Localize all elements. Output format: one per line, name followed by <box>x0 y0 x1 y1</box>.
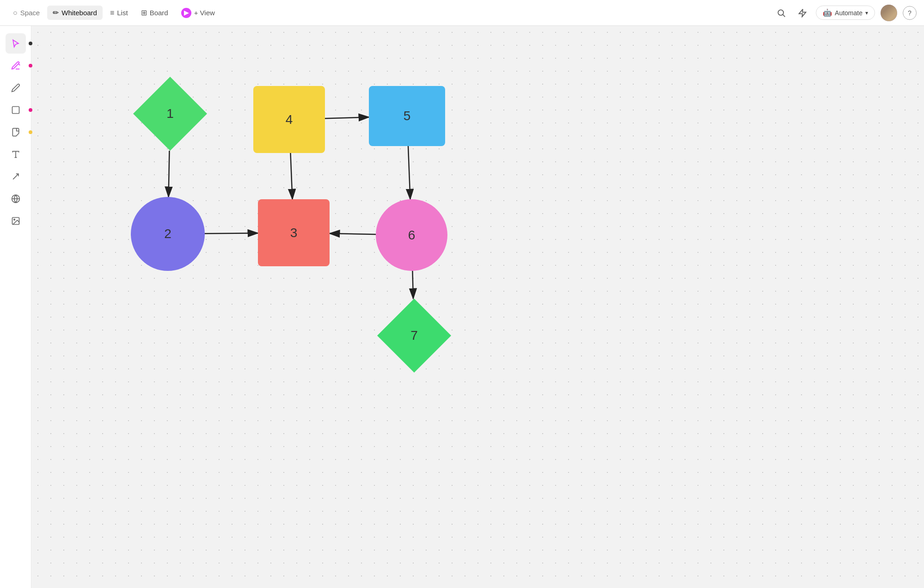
svg-line-1 <box>783 14 785 17</box>
board-icon: ⊞ <box>141 8 147 17</box>
node-4[interactable]: 4 <box>253 86 325 153</box>
node-6[interactable]: 6 <box>376 199 447 271</box>
whiteboard-icon: ✏ <box>53 8 59 17</box>
node-1[interactable]: 1 <box>133 77 207 151</box>
svg-point-10 <box>13 219 14 220</box>
tool-pen-plus[interactable] <box>6 55 26 76</box>
tool-arrow[interactable] <box>6 166 26 187</box>
whiteboard-nav-item[interactable]: ✏ Whiteboard <box>47 6 103 20</box>
automate-label: Automate <box>835 9 863 17</box>
topnav: ○ Space ✏ Whiteboard ≡ List ⊞ Board ▶ + … <box>0 0 924 26</box>
color-dot-rect <box>29 108 32 112</box>
add-view-dot: ▶ <box>181 8 191 18</box>
list-nav-item[interactable]: ≡ List <box>104 6 134 20</box>
node-label-5: 5 <box>404 109 411 123</box>
node-7[interactable]: 7 <box>377 299 451 373</box>
tool-globe[interactable] <box>6 189 26 209</box>
add-view-label: + View <box>194 9 215 17</box>
tool-text[interactable] <box>6 144 26 165</box>
automate-icon: 🤖 <box>823 8 832 17</box>
whiteboard-canvas[interactable]: 1234567 <box>31 26 924 588</box>
nav-right: 🤖 Automate ▾ ? <box>773 5 917 21</box>
node-label-6: 6 <box>408 228 416 243</box>
automate-chevron: ▾ <box>865 10 868 16</box>
tool-pencil[interactable] <box>6 78 26 98</box>
node-label-3: 3 <box>290 226 298 240</box>
svg-line-6 <box>13 174 18 179</box>
user-avatar[interactable] <box>881 5 897 21</box>
search-icon-btn[interactable] <box>773 5 789 21</box>
tool-sticky[interactable] <box>6 122 26 142</box>
list-icon: ≡ <box>110 9 114 17</box>
help-button[interactable]: ? <box>903 6 917 20</box>
board-label: Board <box>150 9 168 17</box>
node-label-1: 1 <box>166 106 174 121</box>
toolbar <box>0 26 31 588</box>
node-label-2: 2 <box>164 227 171 241</box>
color-dot-pink <box>29 64 32 67</box>
tool-rectangle[interactable] <box>6 100 26 120</box>
svg-point-0 <box>778 10 783 15</box>
space-nav-item[interactable]: ○ Space <box>7 6 45 20</box>
space-label: Space <box>20 9 40 17</box>
node-2[interactable]: 2 <box>131 197 205 271</box>
node-5[interactable]: 5 <box>369 86 445 146</box>
whiteboard-label: Whiteboard <box>61 9 97 17</box>
tool-image[interactable] <box>6 211 26 231</box>
svg-line-2 <box>18 64 20 65</box>
color-dot-black <box>29 42 32 45</box>
main-area: 1234567 <box>0 26 924 588</box>
list-label: List <box>117 9 128 17</box>
node-3[interactable]: 3 <box>258 199 330 266</box>
space-icon: ○ <box>13 9 18 17</box>
svg-rect-3 <box>12 107 19 114</box>
add-view-item[interactable]: ▶ + View <box>176 5 220 21</box>
node-label-4: 4 <box>286 112 293 127</box>
avatar-image <box>881 5 897 21</box>
automate-button[interactable]: 🤖 Automate ▾ <box>816 6 875 20</box>
tool-select[interactable] <box>6 33 26 54</box>
color-dot-sticky <box>29 130 32 134</box>
board-nav-item[interactable]: ⊞ Board <box>135 6 174 20</box>
help-icon: ? <box>908 9 912 17</box>
lightning-icon-btn[interactable] <box>795 5 810 21</box>
node-label-7: 7 <box>410 328 418 343</box>
